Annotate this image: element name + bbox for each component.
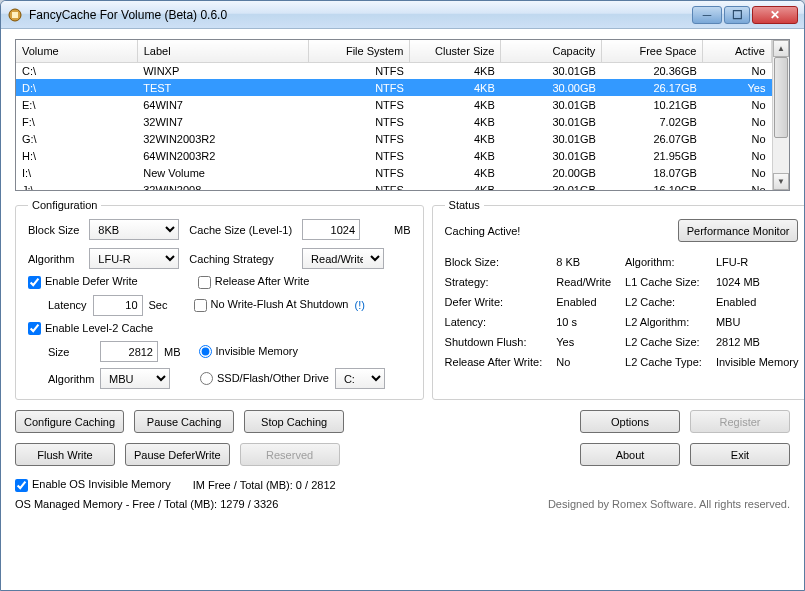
configuration-panel: Configuration Block Size 8KB Cache Size … xyxy=(15,199,424,400)
col-volume[interactable]: Volume xyxy=(16,40,137,62)
latency-unit: Sec xyxy=(149,299,168,311)
about-button[interactable]: About xyxy=(580,443,680,466)
table-row[interactable]: H:\64WIN2003R2NTFS4KB30.01GB21.95GBNo xyxy=(16,147,772,164)
defer-write-checkbox[interactable] xyxy=(28,276,41,289)
col-label[interactable]: Label xyxy=(137,40,309,62)
window-title: FancyCache For Volume (Beta) 0.6.0 xyxy=(29,8,692,22)
status-cell: 1024 MB xyxy=(716,276,799,288)
algorithm-select[interactable]: LFU-R xyxy=(89,248,179,269)
table-row[interactable]: J:\32WIN2008NTFS4KB30.01GB16.10GBNo xyxy=(16,181,772,190)
block-size-select[interactable]: 8KB xyxy=(89,219,179,240)
configure-caching-button[interactable]: Configure Caching xyxy=(15,410,124,433)
col-fs[interactable]: File System xyxy=(309,40,410,62)
minimize-button[interactable]: ─ xyxy=(692,6,722,24)
no-flush-checkbox[interactable] xyxy=(194,299,207,312)
release-after-write-checkbox[interactable] xyxy=(198,276,211,289)
stop-caching-button[interactable]: Stop Caching xyxy=(244,410,344,433)
latency-label: Latency xyxy=(48,299,87,311)
table-row[interactable]: C:\WINXPNTFS4KB30.01GB20.36GBNo xyxy=(16,62,772,79)
volume-table: Volume Label File System Cluster Size Ca… xyxy=(15,39,790,191)
app-icon xyxy=(7,7,23,23)
status-cell: 8 KB xyxy=(556,256,611,268)
os-stats: OS Managed Memory - Free / Total (MB): 1… xyxy=(15,498,278,510)
reserved-button: Reserved xyxy=(240,443,340,466)
release-after-write-label[interactable]: Release After Write xyxy=(198,275,310,289)
status-cell: L2 Cache Type: xyxy=(625,356,702,368)
l2-size-input[interactable] xyxy=(100,341,158,362)
ssd-label[interactable]: SSD/Flash/Other Drive xyxy=(200,372,329,386)
options-button[interactable]: Options xyxy=(580,410,680,433)
l2-cache-label[interactable]: Enable Level-2 Cache xyxy=(28,322,153,336)
table-row[interactable]: F:\32WIN7NTFS4KB30.01GB7.02GBNo xyxy=(16,113,772,130)
svg-rect-1 xyxy=(12,12,18,18)
status-cell: L2 Algorithm: xyxy=(625,316,702,328)
register-button: Register xyxy=(690,410,790,433)
latency-input[interactable] xyxy=(93,295,143,316)
strategy-select[interactable]: Read/Write xyxy=(302,248,384,269)
status-cell: Block Size: xyxy=(445,256,543,268)
status-cell: Enabled xyxy=(556,296,611,308)
exit-button[interactable]: Exit xyxy=(690,443,790,466)
table-scrollbar[interactable]: ▲ ▼ xyxy=(772,40,789,190)
flush-write-button[interactable]: Flush Write xyxy=(15,443,115,466)
scroll-up-icon[interactable]: ▲ xyxy=(773,40,789,57)
status-cell: 10 s xyxy=(556,316,611,328)
titlebar[interactable]: FancyCache For Volume (Beta) 0.6.0 ─ ☐ ✕ xyxy=(1,1,804,29)
ssd-radio[interactable] xyxy=(200,372,213,385)
table-header-row: Volume Label File System Cluster Size Ca… xyxy=(16,40,772,62)
status-cell: Enabled xyxy=(716,296,799,308)
scroll-down-icon[interactable]: ▼ xyxy=(773,173,789,190)
l2-size-label: Size xyxy=(48,346,94,358)
col-active[interactable]: Active xyxy=(703,40,772,62)
status-cell: Release After Write: xyxy=(445,356,543,368)
status-cell: L2 Cache: xyxy=(625,296,702,308)
cache-size-label: Cache Size (Level-1) xyxy=(189,224,292,236)
maximize-button[interactable]: ☐ xyxy=(724,6,750,24)
ssd-drive-select[interactable]: C: xyxy=(335,368,385,389)
col-free[interactable]: Free Space xyxy=(602,40,703,62)
status-panel: Status Caching Active! Performance Monit… xyxy=(432,199,805,400)
invisible-memory-radio[interactable] xyxy=(199,345,212,358)
col-cluster[interactable]: Cluster Size xyxy=(410,40,501,62)
defer-write-checkbox-label[interactable]: Enable Defer Write xyxy=(28,275,138,289)
status-cell: Shutdown Flush: xyxy=(445,336,543,348)
pause-deferwrite-button[interactable]: Pause DeferWrite xyxy=(125,443,230,466)
enable-invisible-memory-label[interactable]: Enable OS Invisible Memory xyxy=(15,478,171,492)
status-cell: Defer Write: xyxy=(445,296,543,308)
pause-caching-button[interactable]: Pause Caching xyxy=(134,410,234,433)
table-row[interactable]: G:\32WIN2003R2NTFS4KB30.01GB26.07GBNo xyxy=(16,130,772,147)
status-cell: 2812 MB xyxy=(716,336,799,348)
cache-size-unit: MB xyxy=(394,224,411,236)
table-row[interactable]: E:\64WIN7NTFS4KB30.01GB10.21GBNo xyxy=(16,96,772,113)
config-legend: Configuration xyxy=(28,199,101,211)
table-row[interactable]: D:\TESTNTFS4KB30.00GB26.17GBYes xyxy=(16,79,772,96)
strategy-label: Caching Strategy xyxy=(189,253,292,265)
status-cell: Invisible Memory xyxy=(716,356,799,368)
col-capacity[interactable]: Capacity xyxy=(501,40,602,62)
info-link[interactable]: (!) xyxy=(354,299,364,311)
table-row[interactable]: I:\New VolumeNTFS4KB20.00GB18.07GBNo xyxy=(16,164,772,181)
status-cell: No xyxy=(556,356,611,368)
status-cell: Latency: xyxy=(445,316,543,328)
enable-invisible-memory-checkbox[interactable] xyxy=(15,479,28,492)
l2-size-unit: MB xyxy=(164,346,181,358)
algorithm-label: Algorithm xyxy=(28,253,79,265)
cache-size-input[interactable] xyxy=(302,219,360,240)
status-legend: Status xyxy=(445,199,484,211)
status-cell: Algorithm: xyxy=(625,256,702,268)
l2-algo-select[interactable]: MBU xyxy=(100,368,170,389)
no-flush-label[interactable]: No Write-Flush At Shutdown xyxy=(194,298,349,312)
status-cell: LFU-R xyxy=(716,256,799,268)
status-cell: Yes xyxy=(556,336,611,348)
scroll-thumb[interactable] xyxy=(774,57,788,138)
im-stats: IM Free / Total (MB): 0 / 2812 xyxy=(193,479,336,491)
l2-algo-label: Algorithm xyxy=(48,373,94,385)
status-cell: MBU xyxy=(716,316,799,328)
footer-text: Designed by Romex Software. All rights r… xyxy=(548,498,790,510)
close-button[interactable]: ✕ xyxy=(752,6,798,24)
l2-cache-checkbox[interactable] xyxy=(28,322,41,335)
main-window: FancyCache For Volume (Beta) 0.6.0 ─ ☐ ✕… xyxy=(0,0,805,591)
performance-monitor-button[interactable]: Performance Monitor xyxy=(678,219,799,242)
invisible-memory-label[interactable]: Invisible Memory xyxy=(199,345,299,359)
status-cell: Read/Write xyxy=(556,276,611,288)
